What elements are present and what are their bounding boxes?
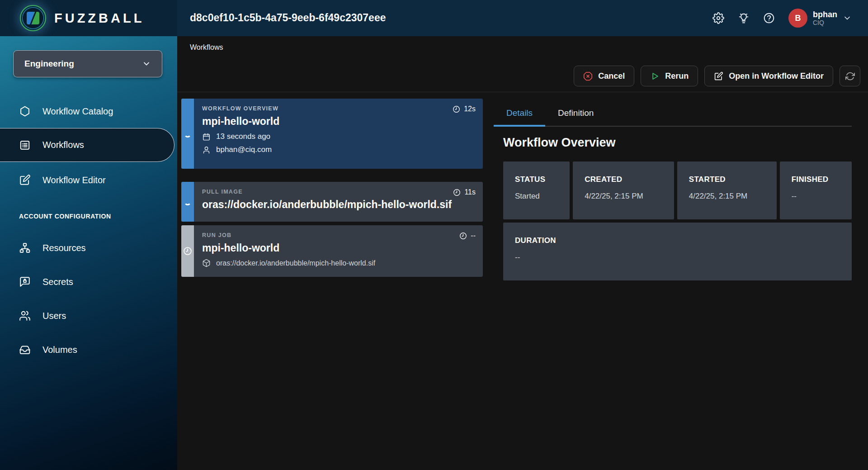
rerun-label: Rerun xyxy=(665,71,689,81)
hexagon-icon xyxy=(19,105,31,117)
list-icon xyxy=(19,139,31,151)
edit-icon xyxy=(19,174,31,186)
sidebar-item-workflow-editor[interactable]: Workflow Editor xyxy=(0,169,177,191)
pending-clock-icon xyxy=(183,247,192,256)
sidebar-item-label: Users xyxy=(42,311,66,321)
cancel-label: Cancel xyxy=(598,71,625,81)
secret-lock-bubble-icon xyxy=(19,276,31,288)
brand-name: FUZZBALL xyxy=(54,11,144,26)
step-kind: WORKFLOW OVERVIEW xyxy=(202,105,475,112)
stat-duration: DURATION -- xyxy=(503,223,852,280)
step-elapsed-value: -- xyxy=(471,232,476,240)
sidebar-section-label: ACCOUNT CONFIGURATION xyxy=(19,213,111,220)
sidebar-item-label: Workflows xyxy=(42,140,84,150)
stat-value: -- xyxy=(515,253,852,262)
sidebar-item-label: Volumes xyxy=(42,345,77,355)
main-content: Workflows Cancel Rerun Open in Workflow … xyxy=(177,36,868,470)
clock-icon xyxy=(453,189,461,196)
step-elapsed: -- xyxy=(459,232,476,240)
step-title: mpi-hello-world xyxy=(202,115,475,128)
step-elapsed: 12s xyxy=(453,105,476,113)
sidebar: Engineering Workflow Catalog Workflows W… xyxy=(0,36,177,470)
volume-drive-icon xyxy=(19,344,31,356)
step-title: oras://docker.io/anderbubble/mpich-hello… xyxy=(202,199,475,211)
step-card-pull-image[interactable]: PULL IMAGE oras://docker.io/anderbubble/… xyxy=(181,182,483,222)
step-image-row: oras://docker.io/anderbubble/mpich-hello… xyxy=(202,259,475,267)
stat-started: STARTED 4/22/25, 2:15 PM xyxy=(677,161,777,219)
app-header: FUZZBALL d8c0ef10-1c5b-4a75-9eeb-6f49c23… xyxy=(0,0,868,36)
stat-label: DURATION xyxy=(515,236,852,245)
refresh-icon xyxy=(845,71,855,81)
stat-created: CREATED 4/22/25, 2:15 PM xyxy=(573,161,674,219)
step-elapsed: 11s xyxy=(453,188,476,196)
step-elapsed-value: 11s xyxy=(464,188,476,196)
sidebar-item-workflows[interactable]: Workflows xyxy=(0,128,175,162)
stat-value: Started xyxy=(515,192,570,201)
calendar-icon xyxy=(202,133,211,141)
stat-label: FINISHED xyxy=(792,175,852,184)
fuzzball-logo-icon xyxy=(20,5,46,31)
running-spinner-icon xyxy=(184,130,191,138)
chevron-down-icon xyxy=(142,59,151,68)
panel-heading: Workflow Overview xyxy=(503,136,852,150)
chevron-down-icon xyxy=(843,14,852,23)
toolbar: Cancel Rerun Open in Workflow Editor xyxy=(574,66,860,86)
sidebar-item-label: Workflow Editor xyxy=(42,175,106,185)
sidebar-item-resources[interactable]: Resources xyxy=(0,237,177,259)
stat-label: STARTED xyxy=(689,175,777,184)
details-panel: Details Definition Workflow Overview STA… xyxy=(494,102,852,280)
org-selector-value: Engineering xyxy=(24,59,74,69)
stat-value: -- xyxy=(792,192,852,201)
sidebar-item-secrets[interactable]: Secrets xyxy=(0,271,177,293)
step-elapsed-value: 12s xyxy=(464,105,476,113)
org-selector[interactable]: Engineering xyxy=(13,50,162,77)
brand-logo-area: FUZZBALL xyxy=(0,0,177,36)
user-org: CIQ xyxy=(813,19,837,26)
user-menu[interactable]: B bphan CIQ xyxy=(788,9,852,28)
cancel-octagon-icon xyxy=(583,71,593,81)
theme-lightbulb-icon[interactable] xyxy=(738,12,750,24)
sidebar-item-label: Secrets xyxy=(42,277,73,287)
package-icon xyxy=(202,259,211,267)
header-actions: B bphan CIQ xyxy=(712,0,852,36)
stat-value: 4/22/25, 2:15 PM xyxy=(585,192,674,201)
avatar: B xyxy=(788,9,807,28)
step-card-workflow-overview[interactable]: WORKFLOW OVERVIEW mpi-hello-world 13 sec… xyxy=(181,99,483,169)
step-image: oras://docker.io/anderbubble/mpich-hello… xyxy=(216,259,375,267)
step-card-run-job[interactable]: RUN JOB mpi-hello-world oras://docker.io… xyxy=(181,225,483,277)
play-icon xyxy=(650,71,660,81)
clock-icon xyxy=(453,105,460,113)
sidebar-item-users[interactable]: Users xyxy=(0,305,177,327)
stat-label: CREATED xyxy=(585,175,674,184)
panel-tabs: Details Definition xyxy=(494,102,852,127)
step-kind: PULL IMAGE xyxy=(202,189,475,195)
step-status-stripe xyxy=(181,99,194,169)
refresh-button[interactable] xyxy=(840,66,860,86)
clock-icon xyxy=(459,232,467,240)
open-in-workflow-editor-button[interactable]: Open in Workflow Editor xyxy=(704,66,833,86)
step-created-relative: 13 seconds ago xyxy=(216,132,270,141)
sidebar-item-label: Resources xyxy=(42,243,86,253)
workflow-step-list: WORKFLOW OVERVIEW mpi-hello-world 13 sec… xyxy=(181,99,483,277)
workflow-id-title: d8c0ef10-1c5b-4a75-9eeb-6f49c2307eee xyxy=(190,12,386,24)
rerun-button[interactable]: Rerun xyxy=(641,66,698,86)
sidebar-item-workflow-catalog[interactable]: Workflow Catalog xyxy=(0,100,177,122)
sitemap-icon xyxy=(19,242,31,254)
breadcrumb[interactable]: Workflows xyxy=(190,43,223,52)
running-spinner-icon xyxy=(184,198,191,205)
users-icon xyxy=(19,310,31,322)
open-editor-label: Open in Workflow Editor xyxy=(729,71,824,81)
sidebar-item-volumes[interactable]: Volumes xyxy=(0,339,177,361)
settings-icon[interactable] xyxy=(712,12,724,24)
tab-details[interactable]: Details xyxy=(494,102,545,127)
step-status-stripe xyxy=(181,182,194,222)
help-icon[interactable] xyxy=(763,12,775,24)
fuzzball-logo-glyph xyxy=(27,12,39,24)
step-owner-row: bphan@ciq.com xyxy=(202,145,475,154)
edit-icon xyxy=(714,71,723,81)
cancel-button[interactable]: Cancel xyxy=(574,66,634,86)
step-kind: RUN JOB xyxy=(202,232,475,238)
stat-value: 4/22/25, 2:15 PM xyxy=(689,192,777,201)
tab-definition[interactable]: Definition xyxy=(545,102,606,126)
stat-label: STATUS xyxy=(515,175,570,184)
